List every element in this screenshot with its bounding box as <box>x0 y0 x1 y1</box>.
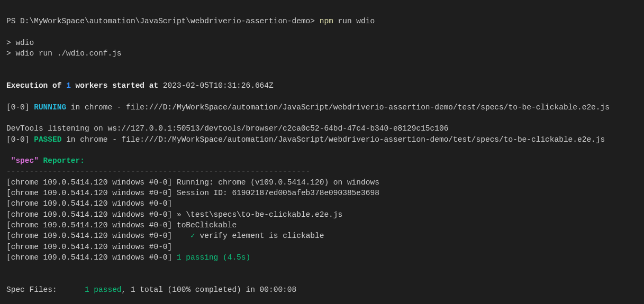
exec-count: 1 <box>66 81 71 90</box>
divider-dashes: ----------------------------------------… <box>6 167 310 176</box>
spec-row-blank1: [chrome 109.0.5414.120 windows #0-0] <box>6 199 172 208</box>
spec-row-suite: [chrome 109.0.5414.120 windows #0-0] toB… <box>6 221 237 229</box>
command-rest: run wdio <box>333 17 375 25</box>
browser-tag: [chrome 109.0.5414.120 windows #0-0] <box>6 232 172 240</box>
check-text: verify element is clickable <box>200 232 324 240</box>
prompt-path: D:\MyWorkSpace\automation\JavaScript\web… <box>20 17 310 25</box>
prompt-sep: > <box>310 17 319 25</box>
exec-ts: 2023-02-05T10:31:26.664Z <box>158 81 274 90</box>
check-pad <box>172 232 191 240</box>
prompt-prefix: PS <box>6 17 20 25</box>
spec-row-passing: [chrome 109.0.5414.120 windows #0-0] 1 p… <box>6 253 250 262</box>
browser-tag: [chrome 109.0.5414.120 windows #0-0] <box>6 178 172 187</box>
reporter-label: Reporter: <box>39 156 85 165</box>
prompt-line: PS D:\MyWorkSpace\automation\JavaScript\… <box>6 17 375 25</box>
passed-prefix: [0-0] <box>6 135 34 144</box>
passed-status: PASSED <box>34 135 61 144</box>
reporter-header: "spec" Reporter: <box>6 156 85 165</box>
browser-tag: [chrome 109.0.5414.120 windows #0-0] <box>6 253 172 262</box>
script-echo-1: > wdio <box>6 39 34 47</box>
browser-tag: [chrome 109.0.5414.120 windows #0-0] <box>6 221 172 229</box>
spec-session: Session ID: 61902187ed005afeb378e090385e… <box>172 189 379 197</box>
summary-rest: , 1 total (100% completed) in 00:00:08 <box>122 285 297 294</box>
running-line: [0-0] RUNNING in chrome - file:///D:/MyW… <box>6 103 610 112</box>
browser-tag: [chrome 109.0.5414.120 windows #0-0] <box>6 199 172 208</box>
exec-p1: Execution of <box>6 81 66 90</box>
summary-passed: 1 passed <box>85 285 122 294</box>
spec-row-file: [chrome 109.0.5414.120 windows #0-0] » \… <box>6 210 342 219</box>
devtools-line: DevTools listening on ws://127.0.0.1:505… <box>6 124 448 133</box>
spec-passing: 1 passing (4.5s) <box>172 253 250 262</box>
passed-rest: in chrome - file:///D:/MyWorkSpace/autom… <box>61 135 605 144</box>
spec-file: » \test\specs\to-be-clickable.e2e.js <box>172 210 342 219</box>
running-status: RUNNING <box>34 103 66 112</box>
browser-tag: [chrome 109.0.5414.120 windows #0-0] <box>6 210 172 219</box>
reporter-spec: "spec" <box>6 156 39 165</box>
browser-tag: [chrome 109.0.5414.120 windows #0-0] <box>6 189 172 197</box>
exec-p2: workers started at <box>71 81 158 90</box>
command-main: npm <box>320 17 333 25</box>
spec-row-session: [chrome 109.0.5414.120 windows #0-0] Ses… <box>6 189 379 197</box>
spec-row-blank2: [chrome 109.0.5414.120 windows #0-0] <box>6 243 172 251</box>
terminal-output[interactable]: PS D:\MyWorkSpace\automation\JavaScript\… <box>0 0 644 304</box>
spec-row-running: [chrome 109.0.5414.120 windows #0-0] Run… <box>6 178 379 187</box>
exec-header: Execution of 1 workers started at 2023-0… <box>6 81 274 90</box>
script-echo-2: > wdio run ./wdio.conf.js <box>6 49 122 58</box>
summary-line: Spec Files: 1 passed, 1 total (100% comp… <box>6 285 296 294</box>
spec-row-check: [chrome 109.0.5414.120 windows #0-0] ✓ v… <box>6 232 324 240</box>
spec-running: Running: chrome (v109.0.5414.120) on win… <box>172 178 379 187</box>
check-icon: ✓ <box>191 232 199 240</box>
spec-suite: toBeClickable <box>172 221 237 229</box>
running-rest: in chrome - file:///D:/MyWorkSpace/autom… <box>66 103 610 112</box>
running-prefix: [0-0] <box>6 103 34 112</box>
browser-tag: [chrome 109.0.5414.120 windows #0-0] <box>6 243 172 251</box>
passed-line: [0-0] PASSED in chrome - file:///D:/MyWo… <box>6 135 605 144</box>
summary-label: Spec Files: <box>6 285 85 294</box>
